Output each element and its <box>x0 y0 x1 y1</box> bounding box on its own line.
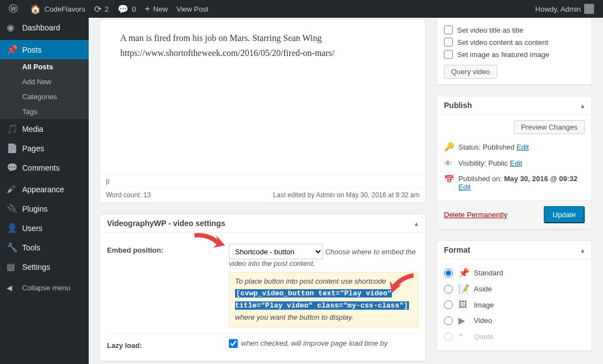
opt-title-row[interactable]: Set video title as title <box>444 24 585 36</box>
visibility-row: 👁 Visibility: Public Edit <box>444 155 585 171</box>
my-account[interactable]: Howdy, Admin <box>531 0 599 18</box>
toggle-icon[interactable]: ▴ <box>415 219 418 228</box>
embed-position-label: Embed position: <box>107 244 229 254</box>
published-row: 📅 Published on: May 30, 2016 @ 09:32Edit <box>444 171 585 194</box>
main-column: A man is fired from his job on Mars. Sta… <box>100 18 426 364</box>
format-video-label: Video <box>474 316 492 325</box>
delete-link[interactable]: Delete Permanently <box>444 211 507 219</box>
home-icon: 🏠 <box>30 4 41 14</box>
format-video[interactable]: ▶Video <box>444 312 585 329</box>
menu-settings[interactable]: ▤Settings <box>0 257 89 276</box>
site-name[interactable]: 🏠CodeFlavors <box>25 0 90 18</box>
video-settings-body: Embed position: Shortcode - button Choos… <box>100 233 425 361</box>
opt-image-checkbox[interactable] <box>444 50 453 59</box>
menu-dashboard[interactable]: ◉Dashboard <box>0 18 89 37</box>
page-icon: 📄 <box>7 143 18 153</box>
editor-content[interactable]: A man is fired from his job on Mars. Sta… <box>100 19 425 175</box>
video-icon: ▶ <box>458 315 468 326</box>
menu-users[interactable]: 👤Users <box>0 218 89 238</box>
editor-line-1: A man is fired from his job on Mars. Sta… <box>120 30 405 45</box>
toggle-icon[interactable]: ▴ <box>581 246 585 254</box>
comments-count: 0 <box>132 5 136 13</box>
published-edit-link[interactable]: Edit <box>458 183 471 191</box>
status-edit-link[interactable]: Edit <box>517 143 529 151</box>
pin-icon: 📌 <box>458 268 468 278</box>
collapse-icon: ◀ <box>7 284 18 292</box>
video-settings-title: VideographyWP - video settings <box>107 219 415 228</box>
menu-media-label: Media <box>22 125 43 134</box>
visibility-edit-link[interactable]: Edit <box>510 159 522 167</box>
query-video-button[interactable]: Query video <box>444 65 497 79</box>
status-row: 🔑 Status: Published Edit <box>444 139 585 155</box>
shortcode-code[interactable]: [cvwp_video_button text="Play video" tit… <box>235 289 409 310</box>
lazy-load-row: Lazy load: when checked, will improve pa… <box>107 333 418 355</box>
menu-pages[interactable]: 📄Pages <box>0 139 89 158</box>
menu-comments[interactable]: 💬Comments <box>0 158 89 177</box>
menu-tools[interactable]: 🔧Tools <box>0 238 89 257</box>
comments[interactable]: 💬0 <box>113 0 140 18</box>
format-standard-radio[interactable] <box>444 269 453 278</box>
submenu-all-posts[interactable]: All Posts <box>0 59 89 74</box>
wp-logo[interactable]: ⓦ <box>4 0 25 18</box>
new-content[interactable]: +New <box>140 0 172 18</box>
format-aside[interactable]: 📝Aside <box>444 281 585 297</box>
lazy-load-checkbox[interactable] <box>229 339 238 348</box>
embed-position-row: Embed position: Shortcode - button Choos… <box>107 238 418 333</box>
format-header[interactable]: Format ▴ <box>437 241 591 259</box>
brush-icon: 🖌 <box>7 184 18 194</box>
collapse-label: Collapse menu <box>22 284 70 292</box>
format-aside-label: Aside <box>474 285 492 293</box>
hint-post: where you want the button to display. <box>235 313 354 321</box>
comment-icon: 💬 <box>117 4 129 14</box>
visibility-value: Public <box>488 159 508 167</box>
menu-posts[interactable]: 📌Posts <box>0 40 89 59</box>
menu-plugins-label: Plugins <box>22 204 48 213</box>
preview-changes-button[interactable]: Preview Changes <box>514 120 585 134</box>
menu-plugins[interactable]: 🔌Plugins <box>0 199 89 218</box>
editor-path: p <box>100 175 425 187</box>
visibility-label: Visibility: <box>458 159 488 167</box>
format-standard-label: Standard <box>474 269 503 277</box>
published-value: May 30, 2016 @ 09:32 <box>504 175 578 183</box>
lazy-load-label: Lazy load: <box>107 339 229 350</box>
menu-settings-label: Settings <box>22 263 50 271</box>
publish-box: Publish ▴ Preview Changes 🔑 Status: Publ… <box>437 96 592 229</box>
video-options-box: Set video title as title Set video conte… <box>437 18 592 85</box>
toggle-icon[interactable]: ▴ <box>581 101 585 110</box>
format-standard[interactable]: 📌Standard <box>444 265 585 281</box>
calendar-icon: 📅 <box>444 175 454 184</box>
format-quote[interactable]: ❝Quote <box>444 329 585 345</box>
publish-actions: Delete Permanently Update <box>437 200 591 229</box>
submenu-categories[interactable]: Categories <box>0 89 89 104</box>
format-quote-radio[interactable] <box>444 332 453 341</box>
quote-icon: ❝ <box>458 331 468 342</box>
settings-icon: ▤ <box>7 262 18 272</box>
opt-content-row[interactable]: Set video content as content <box>444 36 585 48</box>
updates[interactable]: ⟳2 <box>90 0 113 18</box>
view-post[interactable]: View Post <box>172 0 213 18</box>
format-aside-radio[interactable] <box>444 285 453 294</box>
opt-title-checkbox[interactable] <box>444 25 453 34</box>
format-image-radio[interactable] <box>444 300 453 309</box>
opt-content-checkbox[interactable] <box>444 38 453 47</box>
menu-media[interactable]: 🎵Media <box>0 119 89 139</box>
menu-pages-label: Pages <box>22 144 44 153</box>
image-icon: 🖼 <box>458 300 468 310</box>
pin-icon: 📌 <box>7 44 18 55</box>
embed-position-select[interactable]: Shortcode - button <box>229 244 323 259</box>
menu-appearance-label: Appearance <box>22 185 64 194</box>
submenu-tags[interactable]: Tags <box>0 104 89 119</box>
submenu-add-new[interactable]: Add New <box>0 74 89 89</box>
format-video-radio[interactable] <box>444 316 453 325</box>
avatar <box>584 4 594 14</box>
video-settings-header[interactable]: VideographyWP - video settings ▴ <box>100 214 425 233</box>
format-image-label: Image <box>474 301 494 309</box>
format-image[interactable]: 🖼Image <box>444 297 585 312</box>
collapse-menu[interactable]: ◀Collapse menu <box>0 279 89 296</box>
admin-bar: ⓦ 🏠CodeFlavors ⟳2 💬0 +New View Post Howd… <box>0 0 603 18</box>
update-button[interactable]: Update <box>544 206 585 223</box>
publish-header[interactable]: Publish ▴ <box>437 96 591 115</box>
menu-appearance[interactable]: 🖌Appearance <box>0 180 89 199</box>
view-post-label: View Post <box>177 5 209 13</box>
opt-image-row[interactable]: Set image as featured image <box>444 48 585 60</box>
